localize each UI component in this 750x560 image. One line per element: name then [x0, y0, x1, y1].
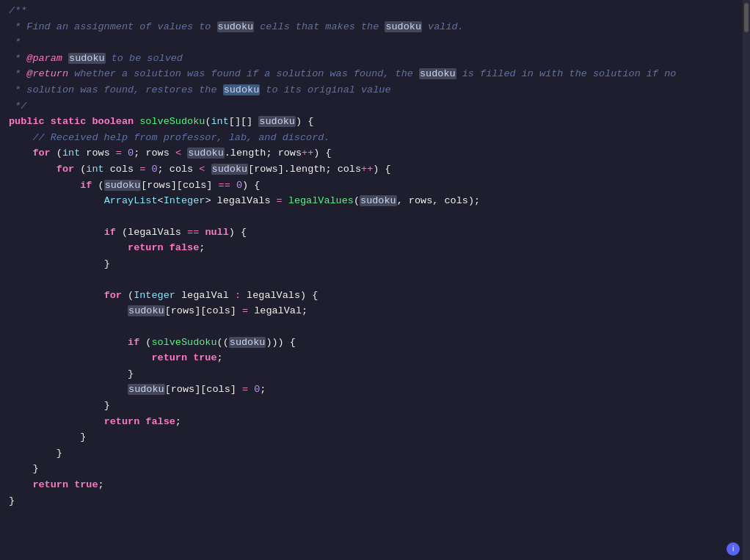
- notification-badge: i: [727, 542, 740, 556]
- code-line-1: /**: [0, 3, 750, 19]
- code-line-9: // Received help from professor, lab, an…: [0, 130, 750, 146]
- code-line-20: sudoku[rows][cols] = legalVal;: [0, 303, 750, 319]
- code-line-14: [0, 209, 750, 225]
- code-line-4: * @param sudoku to be solved: [0, 51, 750, 67]
- code-line-16: return false;: [0, 240, 750, 256]
- code-line-22: if (solveSudoku((sudoku))) {: [0, 335, 750, 351]
- code-line-15: if (legalVals == null) {: [0, 225, 750, 241]
- code-line-31: return true;: [0, 477, 750, 493]
- code-line-7: */: [0, 98, 750, 114]
- code-line-28: }: [0, 429, 750, 446]
- code-line-21: [0, 319, 750, 335]
- code-line-26: }: [0, 398, 750, 414]
- code-line-12: if (sudoku[rows][cols] == 0) {: [0, 178, 750, 194]
- code-line-3: *: [0, 34, 750, 51]
- code-line-19: for (Integer legalVal : legalVals) {: [0, 288, 750, 304]
- vertical-scrollbar[interactable]: [743, 0, 750, 560]
- scrollbar-thumb[interactable]: [744, 3, 749, 32]
- code-line-10: for (int rows = 0; rows < sudoku.length;…: [0, 145, 750, 161]
- code-line-29: }: [0, 446, 750, 462]
- code-line-5: * @return whether a solution was found i…: [0, 66, 750, 82]
- code-line-30: }: [0, 461, 750, 477]
- code-line-17: }: [0, 256, 750, 272]
- code-line-18: [0, 272, 750, 288]
- code-line-32: }: [0, 493, 750, 509]
- code-line-27: return false;: [0, 414, 750, 430]
- code-line-8: public static boolean solveSudoku(int[][…: [0, 114, 750, 130]
- code-line-24: }: [0, 366, 750, 382]
- code-line-23: return true;: [0, 350, 750, 366]
- code-editor: /** * Find an assignment of values to su…: [0, 0, 750, 560]
- code-line-11: for (int cols = 0; cols < sudoku[rows].l…: [0, 161, 750, 178]
- code-line-6: * solution was found, restores the sudok…: [0, 82, 750, 98]
- code-line-25: sudoku[rows][cols] = 0;: [0, 382, 750, 398]
- code-line-2: * Find an assignment of values to sudoku…: [0, 19, 750, 35]
- code-line-13: ArrayList<Integer> legalVals = legalValu…: [0, 193, 750, 209]
